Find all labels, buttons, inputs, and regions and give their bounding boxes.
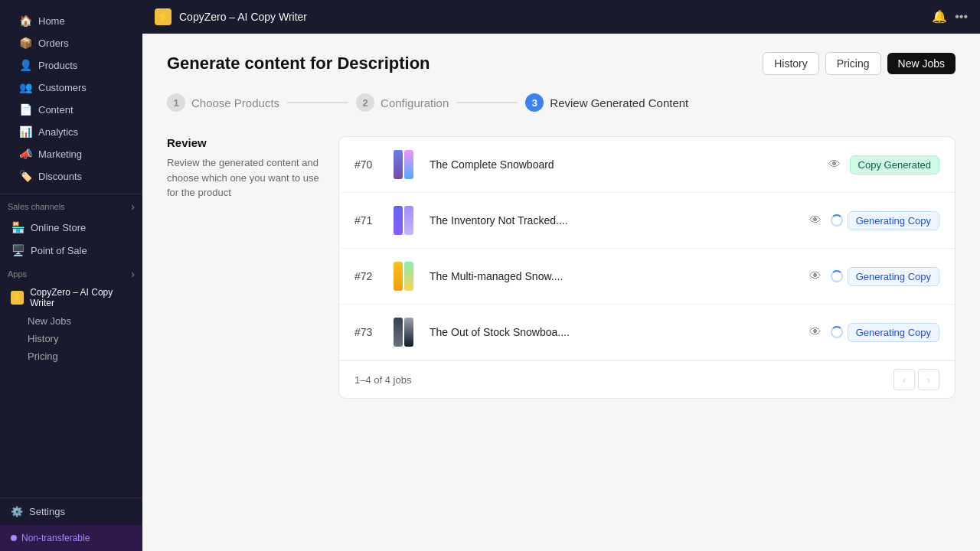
non-transferable-banner: Non-transferable [0, 525, 142, 551]
job-eye-72[interactable]: 👁 [809, 269, 822, 283]
header-actions: History Pricing New Jobs [763, 52, 956, 75]
review-description: Review the generated content and choose … [167, 155, 320, 201]
jobs-count: 1–4 of 4 jobs [354, 374, 411, 386]
apps-expand-icon[interactable]: › [131, 268, 135, 280]
topbar-title: CopyZero – AI Copy Writer [179, 11, 924, 23]
content-body: Review Review the generated content and … [167, 136, 956, 399]
job-name-71: The Inventory Not Tracked.... [430, 214, 800, 227]
home-icon: 🏠 [18, 15, 32, 27]
job-eye-70[interactable]: 👁 [828, 158, 841, 171]
job-name-72: The Multi-managed Snow.... [430, 270, 800, 282]
sidebar-item-copyzero[interactable]: ⚡ CopyZero – AI Copy Writer [0, 283, 142, 312]
sidebar-item-online-store[interactable]: 🏪 Online Store [3, 217, 139, 238]
job-num-70: #70 [354, 158, 377, 171]
settings-icon: ⚙️ [11, 506, 23, 517]
job-img-72 [387, 259, 420, 293]
sidebar-item-discounts[interactable]: 🏷️ Discounts [11, 165, 132, 187]
content-icon: 📄 [18, 103, 32, 116]
job-img-71 [387, 204, 420, 237]
job-name-70: The Complete Snowboard [430, 158, 819, 171]
customers-icon: 👥 [18, 81, 32, 93]
page-title: Generate content for Description [167, 54, 430, 73]
content-area: Generate content for Description History… [142, 34, 980, 551]
copyzero-app-icon: ⚡ [11, 291, 24, 305]
more-icon[interactable]: ••• [955, 10, 968, 24]
step-1-num: 1 [167, 93, 185, 112]
main-area: ⚡ CopyZero – AI Copy Writer 🔔 ••• Genera… [142, 0, 980, 551]
jobs-card: #70 The Complete Snowboard 👁 Copy Genera… [338, 136, 956, 399]
analytics-icon: 📊 [18, 126, 32, 138]
sidebar-item-home[interactable]: 🏠 Home [11, 10, 132, 31]
topbar: ⚡ CopyZero – AI Copy Writer 🔔 ••• [142, 0, 980, 34]
sidebar-bottom: ⚙️ Settings Non-transferable [0, 497, 142, 551]
job-eye-73[interactable]: 👁 [809, 325, 822, 339]
step-2-label: Configuration [381, 96, 449, 109]
job-num-73: #73 [354, 326, 377, 338]
step-3-num: 3 [525, 93, 544, 112]
spinner-73 [831, 326, 843, 338]
sidebar-settings[interactable]: ⚙️ Settings [0, 498, 142, 525]
spinner-72 [831, 270, 843, 282]
sidebar-item-marketing[interactable]: 📣 Marketing [11, 143, 132, 165]
apps-section: Apps › [0, 262, 142, 283]
online-store-icon: 🏪 [11, 221, 24, 233]
sales-channels-section: Sales channels › [0, 194, 142, 216]
sidebar-sub-new-jobs[interactable]: New Jobs [0, 312, 142, 330]
table-row: #73 The Out of Stock Snowboa.... 👁 Gener… [339, 305, 955, 360]
notification-icon[interactable]: 🔔 [932, 9, 947, 24]
sidebar-item-point-of-sale[interactable]: 🖥️ Point of Sale [3, 240, 139, 261]
new-jobs-button[interactable]: New Jobs [887, 53, 956, 74]
review-heading: Review [167, 136, 320, 149]
copy-generated-badge-70[interactable]: Copy Generated [850, 155, 939, 174]
topbar-app-icon: ⚡ [155, 8, 172, 25]
step-2-num: 2 [356, 93, 374, 112]
job-img-73 [387, 315, 420, 349]
table-row: #71 The Inventory Not Tracked.... 👁 Gene… [339, 193, 955, 249]
step-connector-2 [456, 102, 518, 103]
pagination: ‹ › [893, 369, 939, 390]
discounts-icon: 🏷️ [18, 170, 32, 182]
step-2: 2 Configuration [356, 93, 449, 112]
prev-page-button[interactable]: ‹ [893, 369, 915, 390]
step-connector-1 [287, 102, 348, 103]
sidebar-item-products[interactable]: 👤 Products [11, 54, 132, 76]
job-num-72: #72 [354, 270, 377, 282]
marketing-icon: 📣 [18, 148, 32, 160]
sidebar-sub-history[interactable]: History [0, 330, 142, 347]
topbar-icons: 🔔 ••• [932, 9, 968, 24]
table-row: #70 The Complete Snowboard 👁 Copy Genera… [339, 137, 955, 193]
table-row: #72 The Multi-managed Snow.... 👁 Generat… [339, 249, 955, 305]
job-status-73: Generating Copy [831, 323, 939, 342]
sidebar-item-analytics[interactable]: 📊 Analytics [11, 121, 132, 142]
page-header: Generate content for Description History… [167, 52, 956, 75]
sidebar-item-orders[interactable]: 📦 Orders [11, 32, 132, 54]
job-status-70: Copy Generated [850, 155, 939, 174]
generating-badge-72: Generating Copy [848, 267, 939, 286]
steps-row: 1 Choose Products 2 Configuration 3 Revi… [167, 93, 956, 112]
job-eye-71[interactable]: 👁 [809, 214, 822, 227]
generating-badge-73: Generating Copy [848, 323, 939, 342]
review-panel: Review Review the generated content and … [167, 136, 320, 399]
step-3: 3 Review Generated Content [525, 93, 688, 112]
job-img-70 [387, 148, 420, 181]
generating-badge-71: Generating Copy [848, 211, 939, 230]
job-status-71: Generating Copy [831, 211, 939, 230]
history-button[interactable]: History [763, 52, 819, 75]
job-name-73: The Out of Stock Snowboa.... [430, 326, 800, 338]
sidebar-sub-pricing[interactable]: Pricing [0, 347, 142, 365]
sidebar-item-content[interactable]: 📄 Content [11, 99, 132, 120]
non-transferable-dot [11, 535, 17, 541]
spinner-71 [831, 214, 843, 227]
job-status-72: Generating Copy [831, 267, 939, 286]
orders-icon: 📦 [18, 37, 32, 49]
products-icon: 👤 [18, 59, 32, 71]
job-num-71: #71 [354, 214, 377, 227]
next-page-button[interactable]: › [918, 369, 939, 390]
sidebar-item-customers[interactable]: 👥 Customers [11, 77, 132, 98]
point-of-sale-icon: 🖥️ [11, 244, 24, 256]
pricing-button[interactable]: Pricing [825, 52, 881, 75]
sales-channels-expand-icon[interactable]: › [131, 201, 135, 213]
sidebar: 🏠 Home 📦 Orders 👤 Products 👥 Customers 📄… [0, 0, 142, 551]
step-3-label: Review Generated Content [550, 96, 688, 109]
jobs-footer: 1–4 of 4 jobs ‹ › [339, 360, 955, 398]
